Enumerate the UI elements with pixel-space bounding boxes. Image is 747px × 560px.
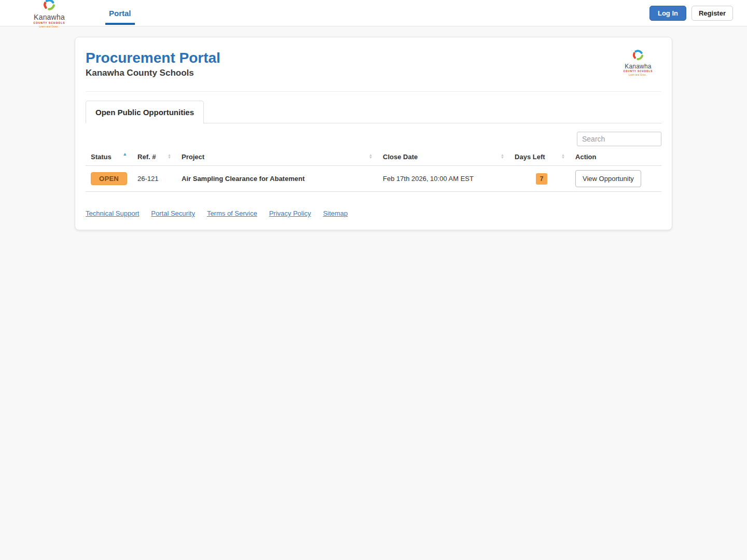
nav-tab-portal[interactable]: Portal [104, 0, 136, 26]
sort-icon[interactable]: ▲▼ [561, 153, 565, 159]
brand-tagline: Learn and Grow... [39, 25, 60, 28]
opportunities-table: Status ▲ Ref. # ▲▼ Project ▲▼ [86, 150, 661, 192]
column-header-project[interactable]: Project ▲▼ [176, 150, 378, 166]
column-label: Action [575, 153, 596, 161]
brand-swirl-icon [632, 49, 644, 63]
brand-name: Kanawha [34, 13, 65, 21]
tab-baseline [204, 101, 661, 123]
sort-icon[interactable]: ▲▼ [501, 153, 504, 159]
column-header-status[interactable]: Status ▲ [86, 150, 132, 166]
tab-row: Open Public Opportunities [86, 101, 661, 123]
column-label: Ref. # [137, 153, 156, 161]
project-cell: Air Sampling Clearance for Abatement [176, 166, 378, 192]
action-cell: View Opportunity [570, 166, 661, 192]
tab-open-public-opportunities[interactable]: Open Public Opportunities [86, 101, 204, 123]
table-header-row: Status ▲ Ref. # ▲▼ Project ▲▼ [86, 150, 661, 166]
sort-icon[interactable]: ▲▼ [369, 153, 372, 159]
brand-tagline: Learn and Grow... [629, 74, 647, 77]
sort-ascending-icon[interactable]: ▲ [122, 152, 127, 157]
top-navbar: Kanawha COUNTY SCHOOLS Learn and Grow...… [0, 0, 747, 26]
status-cell: OPEN [86, 166, 132, 192]
portal-link[interactable]: Portal [109, 9, 131, 18]
days-left-badge: 7 [536, 173, 547, 185]
brand-name: Kanawha [625, 63, 651, 69]
status-badge: OPEN [91, 172, 127, 185]
log-in-button[interactable]: Log In [649, 6, 686, 21]
column-label: Close Date [383, 153, 418, 161]
sitemap-link[interactable]: Sitemap [323, 209, 348, 217]
procurement-portal-card: Procurement Portal Kanawha County School… [75, 37, 672, 230]
column-label: Project [182, 153, 204, 161]
active-tab-underline [105, 23, 135, 25]
register-button[interactable]: Register [691, 6, 733, 21]
column-label: Days Left [515, 153, 545, 161]
footer-links: Technical Support Portal Security Terms … [86, 209, 661, 217]
close-date-cell: Feb 17th 2026, 10:00 AM EST [378, 166, 509, 192]
brand-swirl-icon [43, 0, 56, 13]
column-header-ref[interactable]: Ref. # ▲▼ [132, 150, 176, 166]
card-header: Procurement Portal Kanawha County School… [86, 48, 661, 78]
ref-cell: 26-121 [132, 166, 176, 192]
card-brand-logo: Kanawha COUNTY SCHOOLS Learn and Grow... [622, 49, 654, 76]
column-header-days-left[interactable]: Days Left ▲▼ [509, 150, 570, 166]
card-titles: Procurement Portal Kanawha County School… [86, 48, 220, 78]
column-header-close-date[interactable]: Close Date ▲▼ [378, 150, 509, 166]
portal-security-link[interactable]: Portal Security [151, 209, 195, 217]
table-row: OPEN 26-121 Air Sampling Clearance for A… [86, 166, 661, 192]
brand-subtitle: COUNTY SCHOOLS [624, 71, 653, 73]
view-opportunity-button[interactable]: View Opportunity [575, 170, 641, 187]
terms-of-service-link[interactable]: Terms of Service [207, 209, 257, 217]
privacy-policy-link[interactable]: Privacy Policy [269, 209, 311, 217]
nav-actions: Log In Register [649, 6, 733, 21]
days-left-cell: 7 [509, 166, 570, 192]
column-label: Status [91, 153, 112, 161]
sort-icon[interactable]: ▲▼ [168, 153, 171, 159]
search-input[interactable] [577, 132, 661, 146]
brand-logo: Kanawha COUNTY SCHOOLS Learn and Grow... [32, 0, 66, 28]
header-divider [86, 91, 661, 92]
column-header-action: Action [570, 150, 661, 166]
technical-support-link[interactable]: Technical Support [86, 209, 139, 217]
brand-subtitle: COUNTY SCHOOLS [33, 22, 65, 24]
page-title: Procurement Portal [86, 50, 220, 66]
page-subtitle: Kanawha County Schools [86, 68, 220, 78]
search-row [86, 132, 661, 146]
